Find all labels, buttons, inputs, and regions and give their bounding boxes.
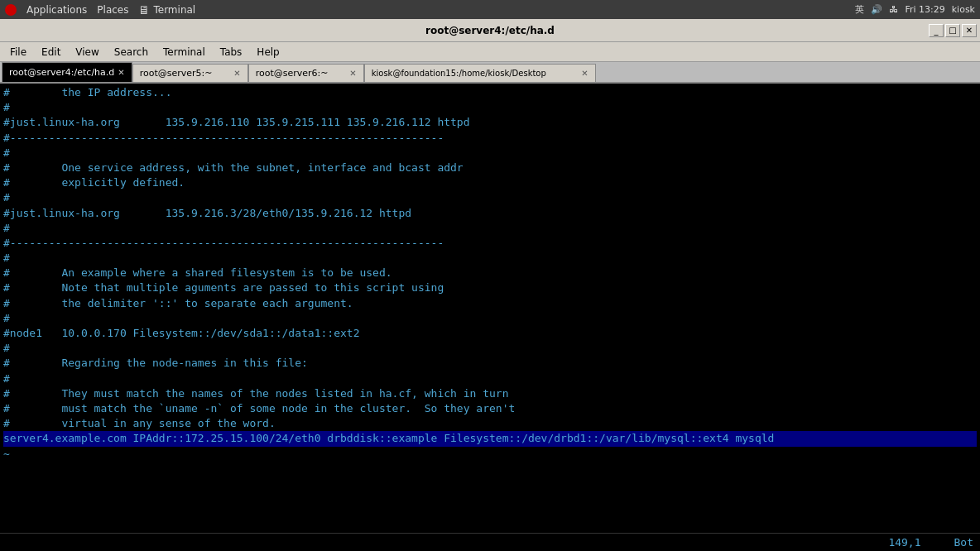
locale-indicator: 英 [855, 3, 864, 16]
terminal-line: # must match the `uname -n` of some node… [3, 401, 977, 416]
terminal-line: # Note that multiple aguments are passed… [3, 280, 977, 295]
tab-server6[interactable]: root@server6:~ ✕ [248, 64, 364, 82]
terminal-line: # [3, 190, 977, 205]
tabs-bar: root@server4:/etc/ha.d ✕ root@server5:~ … [0, 62, 980, 84]
terminal-line: # explicitly defined. [3, 175, 977, 190]
app-icon [5, 4, 17, 16]
tab-server5[interactable]: root@server5:~ ✕ [132, 64, 248, 82]
terminal-line: #---------------------------------------… [3, 236, 977, 251]
menu-view[interactable]: View [69, 45, 105, 60]
menu-search[interactable]: Search [108, 45, 155, 60]
terminal-line: #---------------------------------------… [3, 131, 977, 146]
places-menu[interactable]: Places [97, 4, 128, 16]
close-button[interactable]: ✕ [962, 24, 977, 37]
menu-tabs[interactable]: Tabs [214, 45, 249, 60]
datetime-label: Fri 13:29 [905, 4, 944, 15]
status-bar: 149,1 Bot [0, 533, 980, 551]
tab-label-server6: root@server6:~ [256, 68, 329, 79]
terminal-window: root@server4:/etc/ha.d _ □ ✕ File Edit V… [0, 19, 980, 551]
terminal-line: server4.example.com IPAddr::172.25.15.10… [3, 431, 977, 446]
terminal-indicator: 🖥 Terminal [138, 3, 195, 17]
terminal-line: # [3, 146, 977, 161]
terminal-line: # [3, 371, 977, 386]
terminal-line: # They must match the names of the nodes… [3, 386, 977, 401]
terminal-icon: 🖥 [138, 3, 150, 17]
terminal-line: # [3, 311, 977, 326]
menu-terminal[interactable]: Terminal [156, 45, 212, 60]
terminal-line: # An example where a shared filesystem i… [3, 266, 977, 280]
terminal-line: # [3, 251, 977, 266]
terminal-line: # the IP address... [3, 85, 977, 100]
tab-label-kiosk: kiosk@foundation15:/home/kiosk/Desktop [372, 69, 546, 78]
terminal-label: Terminal [153, 4, 195, 16]
network-indicator: 🖧 [889, 4, 898, 15]
tab-close-kiosk[interactable]: ✕ [581, 69, 588, 78]
menu-file[interactable]: File [3, 45, 33, 60]
terminal-line: # [3, 221, 977, 236]
terminal-line: # virtual in any sense of the word. [3, 416, 977, 431]
menu-help[interactable]: Help [250, 45, 286, 60]
terminal-line: # [3, 341, 977, 356]
tab-kiosk[interactable]: kiosk@foundation15:/home/kiosk/Desktop ✕ [364, 64, 596, 82]
terminal-content[interactable]: # the IP address...##just.linux-ha.org 1… [0, 84, 980, 533]
window-title: root@server4:/etc/ha.d [425, 25, 555, 36]
title-bar-controls: _ □ ✕ [929, 24, 977, 37]
menu-bar: File Edit View Search Terminal Tabs Help [0, 42, 980, 62]
terminal-line: #just.linux-ha.org 135.9.216.110 135.9.2… [3, 115, 977, 130]
system-bar-left: Applications Places 🖥 Terminal [5, 3, 845, 17]
tab-label-server4: root@server4:/etc/ha.d [9, 67, 114, 78]
volume-indicator: 🔊 [871, 4, 882, 15]
tab-close-server6[interactable]: ✕ [349, 69, 356, 78]
terminal-line: # the delimiter '::' to separate each ar… [3, 296, 977, 311]
title-bar: root@server4:/etc/ha.d _ □ ✕ [0, 19, 980, 42]
scroll-position: Bot [954, 536, 973, 549]
minimize-button[interactable]: _ [929, 24, 944, 37]
tab-close-server5[interactable]: ✕ [233, 69, 240, 78]
menu-edit[interactable]: Edit [35, 45, 67, 60]
terminal-line: ~ [3, 447, 977, 462]
terminal-line: #node1 10.0.0.170 Filesystem::/dev/sda1:… [3, 326, 977, 341]
terminal-line: # Regarding the node-names in this file: [3, 356, 977, 371]
terminal-line: # One service address, with the subnet, … [3, 161, 977, 175]
cursor-position: 149,1 [888, 536, 920, 549]
kiosk-label: kiosk [952, 4, 975, 15]
maximize-button[interactable]: □ [945, 24, 960, 37]
tab-label-server5: root@server5:~ [140, 68, 213, 79]
terminal-line: # [3, 100, 977, 115]
applications-menu[interactable]: Applications [26, 4, 87, 16]
system-bar-right: 英 🔊 🖧 Fri 13:29 kiosk [855, 3, 975, 16]
system-bar: Applications Places 🖥 Terminal 英 🔊 🖧 Fri… [0, 0, 980, 19]
terminal-line: #just.linux-ha.org 135.9.216.3/28/eth0/1… [3, 206, 977, 221]
tab-close-server4[interactable]: ✕ [118, 68, 124, 77]
tab-server4[interactable]: root@server4:/etc/ha.d ✕ [2, 62, 132, 82]
